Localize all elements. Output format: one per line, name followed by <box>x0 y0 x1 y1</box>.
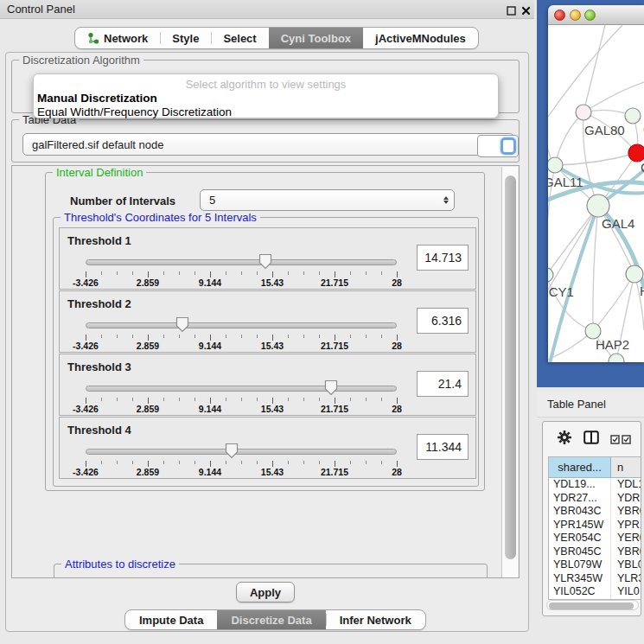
network-edge[interactable] <box>548 25 622 117</box>
cell-name[interactable]: YDR2 <box>611 492 641 506</box>
tab-select[interactable]: Select <box>211 28 268 48</box>
cell-name[interactable]: YBL0 <box>611 558 641 572</box>
slider-minor-tick <box>226 398 226 401</box>
slider-major-tick <box>335 271 335 277</box>
table-row[interactable]: YDR27...YDR2 <box>549 492 641 506</box>
cell-shared-name[interactable]: YDR27... <box>549 492 611 506</box>
table-row[interactable]: YBL079WYBL0 <box>549 558 641 572</box>
zoom-traffic-light-icon[interactable] <box>584 10 596 21</box>
close-traffic-light-icon[interactable] <box>554 10 565 21</box>
slider-major-tick <box>272 461 273 467</box>
slider-thumb[interactable] <box>225 443 239 459</box>
network-edge[interactable] <box>555 112 583 165</box>
table-row[interactable]: YBR043CYBR0 <box>549 505 641 519</box>
table-row[interactable]: YBR045CYBR0 <box>549 545 641 559</box>
slider-thumb[interactable] <box>324 379 338 396</box>
slider-minor-tick <box>350 398 351 401</box>
slider-tick-label: 28 <box>392 404 402 414</box>
tab-cyni-toolbox[interactable]: Cyni Toolbox <box>269 28 363 48</box>
threshold-1-value[interactable]: 14.713 <box>417 245 469 271</box>
threshold-2-slider[interactable] <box>86 322 397 328</box>
cell-name[interactable]: YBR0 <box>611 545 641 559</box>
cell-name[interactable]: YBR0 <box>611 505 641 519</box>
table-row[interactable]: YDL19...YDL1 <box>549 478 641 492</box>
cell-shared-name[interactable]: YBL079W <box>549 558 611 572</box>
control-panel-tabbar: Network Style Select Cyni Toolbox jActiv… <box>74 27 479 49</box>
table-panel-titlebar: Table Panel <box>537 391 644 418</box>
column-header-name[interactable]: n <box>611 457 641 477</box>
slider-minor-tick <box>241 335 242 338</box>
algorithm-combo[interactable] <box>477 135 519 157</box>
cell-name[interactable]: YLR3 <box>611 572 641 586</box>
cell-shared-name[interactable]: YBR043C <box>549 505 611 519</box>
threshold-4-value[interactable]: 11.344 <box>417 434 469 460</box>
slider-minor-tick <box>350 335 351 338</box>
minimize-traffic-light-icon[interactable] <box>570 10 581 21</box>
float-window-icon[interactable] <box>506 4 517 16</box>
cell-shared-name[interactable]: YPR145W <box>549 519 611 532</box>
tab-discretize-data[interactable]: Discretize Data <box>217 610 325 629</box>
network-node-green[interactable] <box>625 108 641 124</box>
table-row[interactable]: YIL052CYIL0 <box>549 585 641 599</box>
network-edge[interactable] <box>593 206 598 331</box>
tab-impute-data[interactable]: Impute Data <box>125 610 217 629</box>
num-intervals-combo[interactable]: 5 <box>200 189 455 211</box>
thresholds-group-title: Threshold's Coordinates for 5 Intervals <box>61 211 260 224</box>
threshold-3-value[interactable]: 21.4 <box>417 371 469 397</box>
network-icon <box>87 32 99 45</box>
cell-name[interactable]: YDL1 <box>611 478 641 492</box>
cell-name[interactable]: YPR1 <box>611 519 641 532</box>
network-canvas[interactable]: GAL80GACGAL11GAL4GCY1HHAP2 <box>548 25 644 362</box>
threshold-2-value[interactable]: 6.316 <box>417 308 469 334</box>
cell-shared-name[interactable]: YLR345W <box>549 572 611 586</box>
slider-major-tick <box>148 461 149 467</box>
tab-infer-network[interactable]: Infer Network <box>326 610 425 629</box>
threshold-4-slider[interactable] <box>86 449 397 455</box>
network-edge[interactable] <box>583 25 605 112</box>
network-edge[interactable] <box>555 153 637 165</box>
network-node-green[interactable] <box>626 265 643 283</box>
slider-minor-tick <box>319 461 320 464</box>
threshold-1-slider[interactable] <box>86 259 397 265</box>
network-node-green[interactable] <box>548 157 563 173</box>
cell-name[interactable]: YER0 <box>611 532 641 545</box>
cell-shared-name[interactable]: YIL052C <box>549 585 611 599</box>
column-header-shared-name[interactable]: shared... <box>549 457 611 477</box>
tab-style[interactable]: Style <box>160 28 211 48</box>
table-data-combo[interactable]: galFiltered.sif default node <box>22 133 514 156</box>
gear-icon[interactable] <box>557 430 572 449</box>
close-window-icon[interactable] <box>520 4 532 16</box>
slider-thumb[interactable] <box>175 316 189 333</box>
network-window-frame: GAL80GACGAL11GAL4GCY1HHAP2 <box>537 0 644 387</box>
threshold-3-slider[interactable] <box>86 386 397 392</box>
slider-minor-tick <box>132 271 133 275</box>
table-row[interactable]: YER054CYER0 <box>549 532 641 545</box>
network-node-green[interactable] <box>587 194 609 217</box>
slider-major-tick <box>272 335 273 341</box>
slider-thumb[interactable] <box>258 253 272 270</box>
slider-minor-tick <box>194 398 195 401</box>
settings-vertical-scrollbar[interactable] <box>501 167 518 578</box>
network-node-red[interactable] <box>628 144 644 162</box>
tab-network[interactable]: Network <box>75 28 160 48</box>
cell-name[interactable]: YIL0 <box>611 585 641 599</box>
network-node-label: GAL11 <box>548 175 583 189</box>
cell-shared-name[interactable]: YER054C <box>549 532 611 545</box>
tab-jactivemnodules[interactable]: jActiveMNodules <box>363 28 478 48</box>
dropdown-item-manual[interactable]: Manual Discretization <box>37 92 157 105</box>
select-columns-icon[interactable] <box>610 435 631 444</box>
table-row[interactable]: YPR145WYPR1 <box>549 519 641 532</box>
slider-ticks <box>86 335 397 341</box>
table-row[interactable]: YLR345WYLR3 <box>549 572 641 586</box>
cell-shared-name[interactable]: YBR045C <box>549 545 611 559</box>
network-edge[interactable] <box>548 206 598 275</box>
split-columns-icon[interactable] <box>583 430 599 448</box>
table-horizontal-scrollbar[interactable] <box>546 600 639 610</box>
slider-major-tick <box>210 271 211 277</box>
network-node-pink[interactable] <box>576 105 591 120</box>
network-node-green[interactable] <box>548 268 553 282</box>
dropdown-item-equal-width[interactable]: Equal Width/Frequency Discretization <box>37 105 232 118</box>
cell-shared-name[interactable]: YDL19... <box>549 478 611 492</box>
apply-button[interactable]: Apply <box>236 582 295 603</box>
num-intervals-label: Number of Intervals <box>70 194 175 207</box>
